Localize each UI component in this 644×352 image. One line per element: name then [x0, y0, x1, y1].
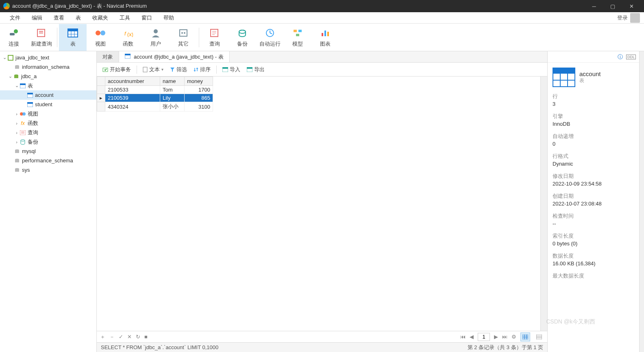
menu-window[interactable]: 窗口	[136, 12, 158, 24]
ribbon-automation[interactable]: 自动运行	[256, 24, 284, 51]
ribbon-chart[interactable]: 图表	[311, 24, 339, 51]
minimize-button[interactable]: ─	[585, 0, 603, 12]
info-icon[interactable]: ⓘ	[618, 53, 623, 61]
data-grid[interactable]: accountnumbernamemoney2100533Tom1700▸210…	[97, 77, 540, 331]
stop-button[interactable]: ■	[144, 334, 148, 340]
delete-row-button[interactable]: －	[109, 333, 115, 341]
text-button[interactable]: 文本▾	[140, 65, 166, 74]
ribbon-table[interactable]: 表	[59, 24, 87, 51]
grid-scrollbar[interactable]	[540, 77, 547, 331]
property-label: 自动递增	[553, 133, 634, 140]
cell[interactable]: Tom	[160, 86, 185, 94]
import-button[interactable]: 导入	[220, 65, 243, 74]
ribbon-user[interactable]: 用户	[142, 24, 170, 51]
tab-current[interactable]: account @jdbc_a (java_jdbc_text) - 表	[119, 51, 230, 62]
cell[interactable]: 4340324	[105, 102, 160, 112]
menu-file[interactable]: 文件	[4, 12, 26, 24]
tree-label: student	[35, 101, 52, 107]
column-header[interactable]: name	[160, 77, 185, 86]
tree-connection[interactable]: ⌄java_jdbc_text	[0, 53, 96, 62]
ribbon-function[interactable]: f(x)函数	[114, 24, 142, 51]
ribbon-backup[interactable]: 备份	[228, 24, 256, 51]
menu-help[interactable]: 帮助	[158, 12, 180, 24]
tree-db-infoschema[interactable]: information_schema	[0, 62, 96, 72]
menu-edit[interactable]: 编辑	[26, 12, 48, 24]
ribbon-connect[interactable]: 连接	[0, 24, 28, 51]
tree-backups-folder[interactable]: ›备份	[0, 137, 96, 146]
cancel-button[interactable]: ✕	[127, 334, 132, 340]
tree-db-jdbca[interactable]: ⌄jdbc_a	[0, 72, 96, 81]
first-page-button[interactable]: ⏮	[460, 334, 466, 340]
page-input[interactable]	[478, 333, 490, 341]
svg-rect-63	[522, 335, 528, 339]
settings-icon[interactable]: ⚙	[511, 334, 516, 340]
maximize-button[interactable]: ▢	[603, 0, 622, 12]
add-row-button[interactable]: ＋	[100, 333, 105, 341]
connection-tree[interactable]: ⌄java_jdbc_text information_schema ⌄jdbc…	[0, 51, 97, 352]
menu-view[interactable]: 查看	[48, 12, 70, 24]
tree-views-folder[interactable]: ›视图	[0, 109, 96, 118]
ribbon-view[interactable]: 视图	[87, 24, 114, 51]
begin-transaction-button[interactable]: 开始事务	[100, 65, 133, 74]
ribbon-query[interactable]: 查询	[201, 24, 228, 51]
tab-objects[interactable]: 对象	[97, 51, 119, 62]
table-row[interactable]: 4340324张小小3100	[97, 102, 213, 112]
property-item: 创建日期2022-10-07 23:08:48	[553, 192, 634, 207]
tree-label: account	[35, 92, 54, 98]
table-row[interactable]: ▸2100539Lily865	[97, 94, 213, 102]
svg-line-25	[270, 33, 272, 34]
grid-view-button[interactable]	[520, 332, 530, 341]
cell[interactable]: 2100533	[105, 86, 160, 94]
menu-table[interactable]: 表	[70, 12, 87, 24]
property-item: 自动递增0	[553, 133, 634, 147]
form-view-button[interactable]	[534, 332, 544, 341]
svg-point-0	[14, 29, 18, 33]
sort-button[interactable]: 排序	[191, 65, 213, 74]
ribbon-new-query[interactable]: 新建查询	[28, 24, 55, 51]
login-link[interactable]: 登录	[617, 14, 628, 22]
cell[interactable]: 3100	[185, 102, 213, 112]
filter-button[interactable]: 筛选	[168, 65, 189, 74]
svg-rect-50	[15, 150, 19, 153]
ddl-icon[interactable]: DDL	[626, 55, 636, 59]
apply-button[interactable]: ✓	[119, 334, 123, 340]
tree-tables-folder[interactable]: ⌄表	[0, 81, 96, 90]
tree-db-sys[interactable]: sys	[0, 165, 96, 175]
tree-table-account[interactable]: account	[0, 90, 96, 100]
export-button[interactable]: 导出	[244, 65, 267, 74]
svg-point-44	[22, 112, 26, 116]
window-title: account @jdbc_a (java_jdbc_text) - 表 - N…	[12, 2, 585, 10]
prev-page-button[interactable]: ◀	[470, 334, 474, 340]
props-scrollbar[interactable]	[639, 51, 644, 352]
tree-db-perf[interactable]: performance_schema	[0, 156, 96, 165]
svg-rect-56	[125, 54, 131, 55]
row-marker	[97, 102, 105, 112]
avatar-icon[interactable]	[630, 13, 640, 23]
ribbon-other[interactable]: 其它	[170, 24, 197, 51]
column-header[interactable]: money	[185, 77, 213, 86]
property-item: 引擎InnoDB	[553, 113, 634, 127]
tree-queries-folder[interactable]: ›查询	[0, 128, 96, 137]
menu-tools[interactable]: 工具	[114, 12, 136, 24]
tree-table-student[interactable]: student	[0, 100, 96, 109]
cell[interactable]: 1700	[185, 86, 213, 94]
tree-db-mysql[interactable]: mysql	[0, 146, 96, 156]
cell[interactable]: 2100539	[105, 94, 160, 102]
last-page-button[interactable]: ⏭	[502, 334, 507, 340]
cell[interactable]: 865	[185, 94, 213, 102]
cell[interactable]: 张小小	[160, 102, 185, 112]
property-value: 0 bytes (0)	[553, 240, 634, 247]
ribbon-model[interactable]: 模型	[284, 24, 311, 51]
next-page-button[interactable]: ▶	[494, 334, 498, 340]
property-label: 引擎	[553, 113, 634, 120]
refresh-button[interactable]: ↻	[136, 334, 140, 340]
menu-favorites[interactable]: 收藏夹	[87, 12, 114, 24]
column-header[interactable]: accountnumber	[105, 77, 160, 86]
property-item: 行3	[553, 93, 634, 107]
cell[interactable]: Lily	[160, 94, 185, 102]
svg-point-16	[181, 32, 183, 34]
table-row[interactable]: 2100533Tom1700	[97, 86, 213, 94]
tree-functions-folder[interactable]: ›fx函数	[0, 118, 96, 128]
svg-text:f: f	[124, 31, 126, 37]
close-button[interactable]: ✕	[622, 0, 641, 12]
